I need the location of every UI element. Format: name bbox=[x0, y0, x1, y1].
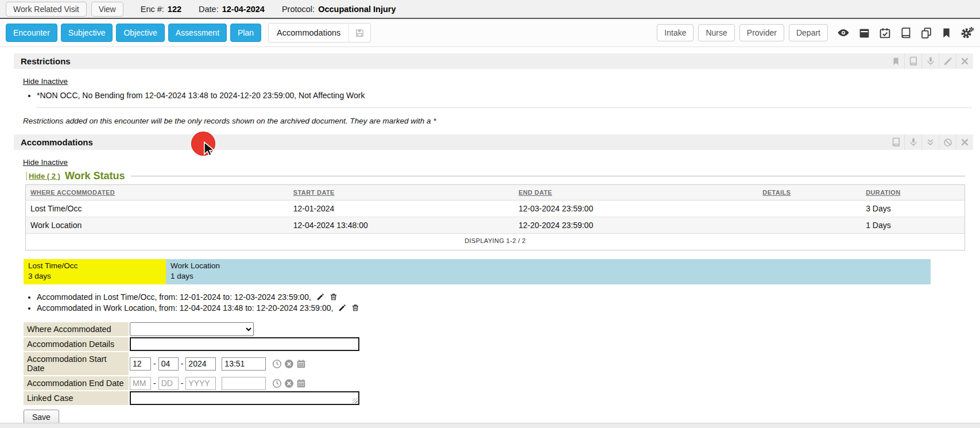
form-row-start-date: Accommodation Start Date - - bbox=[24, 352, 980, 375]
book-icon[interactable] bbox=[887, 134, 904, 150]
restrictions-header: Restrictions bbox=[14, 53, 973, 69]
col-details[interactable]: DETAILS bbox=[758, 185, 861, 200]
restrictions-hide-inactive-link[interactable]: Hide Inactive bbox=[23, 77, 68, 86]
tab-plan[interactable]: Plan bbox=[230, 24, 261, 42]
accommodation-start-date-label: Accommodation Start Date bbox=[24, 352, 129, 375]
clear-date-icon[interactable] bbox=[284, 379, 294, 388]
collapse-chevrons-icon[interactable] bbox=[921, 134, 939, 150]
accommodation-form: Where Accommodated Accommodation Details… bbox=[24, 322, 980, 405]
linked-case-input[interactable] bbox=[130, 391, 359, 405]
toolbar-icons bbox=[837, 26, 974, 40]
depart-button[interactable]: Depart bbox=[789, 24, 828, 41]
protocol-label: Protocol: bbox=[282, 5, 315, 14]
start-month-input[interactable] bbox=[130, 357, 151, 371]
restrictions-title: Restrictions bbox=[21, 56, 71, 66]
nurse-button[interactable]: Nurse bbox=[698, 24, 734, 41]
tab-objective[interactable]: Objective bbox=[116, 24, 164, 42]
restriction-item: *NON OCC, No Bending from 12-04-2024 13:… bbox=[37, 91, 980, 100]
pencil-icon[interactable] bbox=[939, 53, 956, 69]
accommodations-title: Accommodations bbox=[21, 137, 93, 147]
table-header-row: WHERE ACCOMMODATED START DATE END DATE D… bbox=[26, 185, 964, 200]
accommodation-details-input[interactable] bbox=[130, 337, 359, 351]
tab-encounter[interactable]: Encounter bbox=[6, 24, 57, 42]
accommodation-entries: Accommodated in Lost Time/Occ, from: 12-… bbox=[0, 292, 980, 313]
delete-trash-icon[interactable] bbox=[330, 292, 338, 301]
table-paging-status: DISPLAYING 1-2 / 2 bbox=[26, 233, 964, 250]
end-day-input[interactable] bbox=[158, 377, 179, 390]
tab-assessment[interactable]: Assessment bbox=[168, 24, 227, 42]
tab-subjective[interactable]: Subjective bbox=[61, 24, 113, 42]
clear-date-icon[interactable] bbox=[284, 359, 294, 369]
timeline-segment-lost-time[interactable]: Lost Time/Occ 3 days bbox=[24, 259, 166, 284]
edit-pencil-icon[interactable] bbox=[316, 293, 324, 301]
work-status-table: WHERE ACCOMMODATED START DATE END DATE D… bbox=[25, 184, 965, 250]
calendar-picker-icon[interactable] bbox=[296, 379, 306, 388]
book-icon[interactable] bbox=[900, 27, 912, 39]
start-day-input[interactable] bbox=[158, 357, 179, 371]
date-separator: - bbox=[153, 359, 156, 368]
restrictions-header-icons bbox=[887, 53, 973, 69]
view-button[interactable]: View bbox=[91, 2, 123, 17]
where-accommodated-select[interactable] bbox=[130, 322, 254, 336]
start-time-input[interactable] bbox=[222, 357, 266, 371]
legend-rule bbox=[131, 176, 965, 176]
intake-button[interactable]: Intake bbox=[657, 24, 694, 41]
delete-trash-icon[interactable] bbox=[351, 303, 359, 312]
bookmark-icon[interactable] bbox=[887, 53, 904, 69]
eye-icon[interactable] bbox=[837, 26, 850, 39]
bookmark-icon[interactable] bbox=[941, 27, 952, 39]
tab-bar: Encounter Subjective Objective Assessmen… bbox=[0, 19, 980, 47]
entry-text: Accommodated in Lost Time/Occ, from: 12-… bbox=[37, 292, 311, 302]
table-row[interactable]: Work Location 12-04-2024 13:48:00 12-20-… bbox=[26, 217, 964, 234]
encounter-number-field: Enc #: 122 bbox=[141, 5, 181, 14]
col-end-date[interactable]: END DATE bbox=[514, 185, 758, 200]
close-icon[interactable] bbox=[956, 134, 973, 150]
accommodations-header-icons bbox=[887, 134, 973, 150]
microphone-icon[interactable] bbox=[904, 134, 921, 150]
cell-where: Work Location bbox=[26, 217, 289, 234]
archive-box-icon[interactable] bbox=[858, 27, 870, 39]
save-note-icon[interactable] bbox=[349, 28, 370, 38]
accommodation-end-date-label: Accommodation End Date bbox=[24, 376, 129, 390]
date-field: Date: 12-04-2024 bbox=[199, 5, 265, 14]
end-year-input[interactable] bbox=[185, 377, 216, 390]
close-icon[interactable] bbox=[956, 53, 973, 69]
ban-icon[interactable] bbox=[939, 134, 956, 150]
cell-details bbox=[758, 200, 861, 217]
linked-case-label: Linked Case bbox=[24, 391, 129, 405]
cell-end: 12-03-2024 23:59:00 bbox=[514, 200, 758, 217]
work-status-hide-link[interactable]: Hide ( 2 ) bbox=[26, 172, 60, 180]
microphone-icon[interactable] bbox=[921, 53, 939, 69]
work-related-visit-button[interactable]: Work Related Visit bbox=[6, 2, 87, 17]
table-row[interactable]: Lost Time/Occ 12-01-2024 12-03-2024 23:5… bbox=[26, 200, 964, 217]
work-status-legend: Hide ( 2 ) Work Status bbox=[26, 170, 965, 182]
tab-accommodations-active[interactable]: Accommodations bbox=[268, 23, 371, 43]
resize-handle[interactable] bbox=[353, 398, 358, 403]
enc-label: Enc #: bbox=[141, 5, 164, 14]
accommodations-hide-inactive-link[interactable]: Hide Inactive bbox=[23, 158, 68, 167]
book-icon[interactable] bbox=[904, 53, 921, 69]
timeline-segment-work-location[interactable]: Work Location 1 days bbox=[166, 259, 931, 284]
edit-pencil-icon[interactable] bbox=[338, 304, 346, 312]
clock-icon[interactable] bbox=[272, 359, 282, 369]
clock-icon[interactable] bbox=[272, 379, 282, 388]
form-row-details: Accommodation Details bbox=[24, 337, 980, 351]
form-row-where: Where Accommodated bbox=[24, 322, 980, 336]
entry-text: Accommodated in Work Location, from: 12-… bbox=[37, 303, 334, 313]
end-time-input[interactable] bbox=[222, 377, 266, 390]
col-where-accommodated[interactable]: WHERE ACCOMMODATED bbox=[26, 185, 289, 200]
settings-gears-icon[interactable] bbox=[960, 26, 974, 40]
copy-icon[interactable] bbox=[920, 27, 932, 39]
form-row-linked-case: Linked Case bbox=[24, 391, 980, 405]
start-year-input[interactable] bbox=[185, 357, 216, 371]
col-start-date[interactable]: START DATE bbox=[289, 185, 514, 200]
calendar-check-icon[interactable] bbox=[879, 27, 891, 39]
end-month-input[interactable] bbox=[130, 377, 151, 390]
date-separator: - bbox=[181, 379, 184, 388]
form-row-end-date: Accommodation End Date - - bbox=[24, 376, 980, 390]
col-duration[interactable]: DURATION bbox=[861, 185, 964, 200]
calendar-picker-icon[interactable] bbox=[296, 359, 306, 369]
cell-duration: 1 Days bbox=[861, 217, 964, 234]
date-label: Date: bbox=[199, 5, 219, 14]
provider-button[interactable]: Provider bbox=[739, 24, 784, 41]
